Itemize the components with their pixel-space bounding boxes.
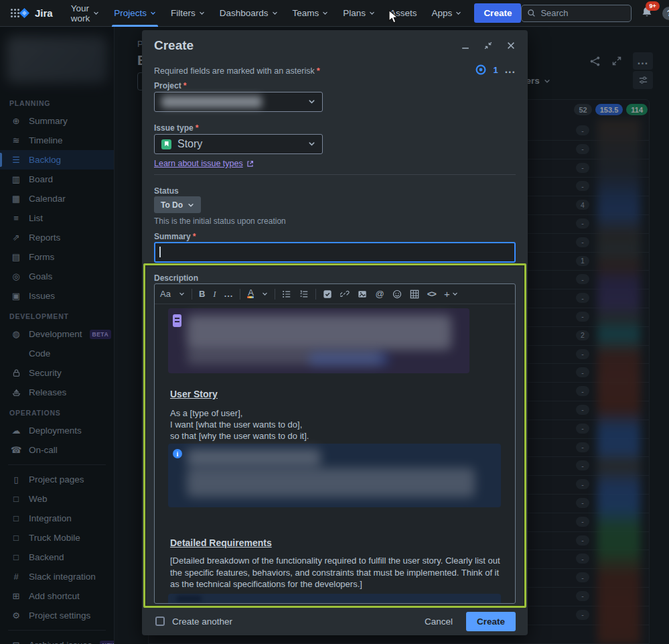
- project-value-blurred: [161, 96, 262, 108]
- project-select[interactable]: [154, 92, 323, 112]
- required-fields-note: Required fields are marked with an aster…: [154, 66, 320, 76]
- description-editor[interactable]: Aa B I ... A: [154, 283, 516, 604]
- chevron-down-icon: [262, 291, 268, 297]
- summary-label: Summary*: [154, 232, 196, 241]
- text-caret: [159, 247, 161, 257]
- info-panel-icon: i: [173, 449, 182, 458]
- story-line-2: I want [what the user wants to do],: [170, 419, 302, 431]
- numbered-list-icon[interactable]: [299, 289, 309, 299]
- project-label: Project*: [154, 81, 186, 90]
- watchers-icon[interactable]: [475, 64, 486, 75]
- story-line-1: As a [type of user],: [170, 407, 242, 420]
- close-icon[interactable]: [506, 41, 516, 50]
- nav-assets[interactable]: Assets: [384, 0, 423, 27]
- info-panel-cutoff: [168, 594, 501, 603]
- user-story-heading: User Story: [170, 389, 218, 399]
- watch-controls: 1 ...: [475, 64, 516, 76]
- bullet-list-icon[interactable]: [282, 289, 291, 299]
- detailed-requirements-heading: Detailed Requirements: [170, 537, 272, 548]
- top-navigation: Jira Your workProjectsFiltersDashboardsT…: [0, 0, 669, 27]
- global-search[interactable]: [521, 5, 631, 22]
- external-link-icon: [246, 160, 254, 168]
- notifications-bell-icon[interactable]: 9+: [641, 6, 653, 21]
- nav-teams[interactable]: Teams: [287, 0, 335, 27]
- chevron-down-icon: [199, 10, 205, 16]
- chevron-down-icon: [93, 10, 99, 16]
- search-icon: [527, 9, 536, 17]
- chevron-down-icon: [188, 202, 194, 208]
- chevron-down-icon: [179, 291, 185, 297]
- chevron-down-icon: [452, 291, 458, 297]
- issue-type-label: Issue type*: [154, 123, 198, 133]
- search-input[interactable]: [540, 8, 625, 18]
- help-icon[interactable]: ?: [662, 7, 669, 20]
- text-color-dropdown[interactable]: A: [247, 289, 268, 298]
- create-another-checkbox[interactable]: [155, 617, 165, 626]
- more-formatting-icon[interactable]: ...: [224, 289, 234, 299]
- cancel-button[interactable]: Cancel: [417, 613, 461, 631]
- nav-filters[interactable]: Filters: [165, 0, 211, 27]
- exit-fullscreen-icon[interactable]: [484, 41, 493, 50]
- jira-mark-icon: [17, 7, 31, 20]
- action-item-icon[interactable]: [323, 289, 332, 299]
- nav-create-button[interactable]: Create: [474, 3, 521, 23]
- nav-dashboards[interactable]: Dashboards: [214, 0, 284, 27]
- emoji-icon[interactable]: [392, 289, 402, 299]
- image-icon[interactable]: [358, 289, 367, 299]
- dialog-more-icon[interactable]: ...: [505, 64, 516, 76]
- create-another-label: Create another: [172, 617, 232, 627]
- minimize-icon[interactable]: [461, 41, 470, 50]
- code-icon[interactable]: <>: [427, 289, 436, 299]
- screen: Jira Your workProjectsFiltersDashboardsT…: [0, 0, 669, 644]
- chevron-down-icon: [308, 98, 315, 105]
- nav-your-work[interactable]: Your work: [65, 0, 106, 27]
- status-select[interactable]: To Do: [154, 196, 201, 213]
- dialog-window-controls: [461, 41, 516, 50]
- nav-plans[interactable]: Plans: [337, 0, 381, 27]
- chevron-down-icon: [150, 10, 156, 16]
- nav-apps[interactable]: Apps: [426, 0, 468, 27]
- detailed-requirements-text: [Detailed breakdown of the functionality…: [170, 555, 500, 590]
- jira-logo[interactable]: Jira: [17, 7, 53, 20]
- nav-projects[interactable]: Projects: [108, 0, 162, 27]
- story-type-icon: [161, 139, 171, 149]
- link-icon[interactable]: [340, 289, 350, 299]
- nav-menu: Your workProjectsFiltersDashboardsTeamsP…: [65, 0, 468, 26]
- table-icon[interactable]: [410, 289, 419, 299]
- chevron-down-icon: [322, 10, 328, 16]
- issue-type-value: Story: [177, 138, 202, 150]
- info-panel-blurred: i: [168, 444, 501, 507]
- dialog-footer: Create another Cancel Create: [142, 607, 528, 635]
- story-line-3: so that [why the user wants to do it].: [170, 430, 309, 442]
- mention-icon[interactable]: @: [375, 289, 384, 299]
- bold-button[interactable]: B: [199, 289, 205, 299]
- note-panel-blurred: [168, 308, 469, 373]
- issue-type-select[interactable]: Story: [154, 134, 323, 154]
- insert-more-dropdown[interactable]: +: [444, 288, 458, 300]
- chevron-down-icon: [369, 10, 375, 16]
- chevron-down-icon: [308, 140, 315, 147]
- status-label: Status: [154, 186, 179, 196]
- chevron-down-icon: [272, 10, 278, 16]
- divider: [154, 174, 516, 175]
- italic-button[interactable]: I: [213, 289, 216, 300]
- editor-content[interactable]: User Story As a [type of user], I want […: [155, 304, 515, 603]
- text-style-dropdown[interactable]: Aa: [160, 289, 185, 299]
- watchers-count[interactable]: 1: [493, 65, 498, 75]
- description-label: Description: [154, 273, 198, 283]
- dialog-title: Create: [154, 38, 194, 53]
- asterisk: *: [317, 66, 320, 76]
- notification-badge: 9+: [646, 1, 659, 11]
- status-help-text: This is the initial status upon creation: [154, 216, 286, 226]
- note-panel-icon: [173, 314, 181, 327]
- chevron-down-icon: [455, 10, 461, 16]
- summary-input[interactable]: [154, 242, 516, 263]
- learn-issue-types-link[interactable]: Learn about issue types: [154, 159, 254, 168]
- create-submit-button[interactable]: Create: [466, 612, 516, 631]
- app-body: PLANNING⊕Summary≋Timeline☰Backlog▥Board▦…: [0, 27, 669, 644]
- editor-toolbar: Aa B I ... A: [155, 284, 515, 304]
- create-issue-dialog: Create Required fields are marked with a…: [142, 30, 528, 635]
